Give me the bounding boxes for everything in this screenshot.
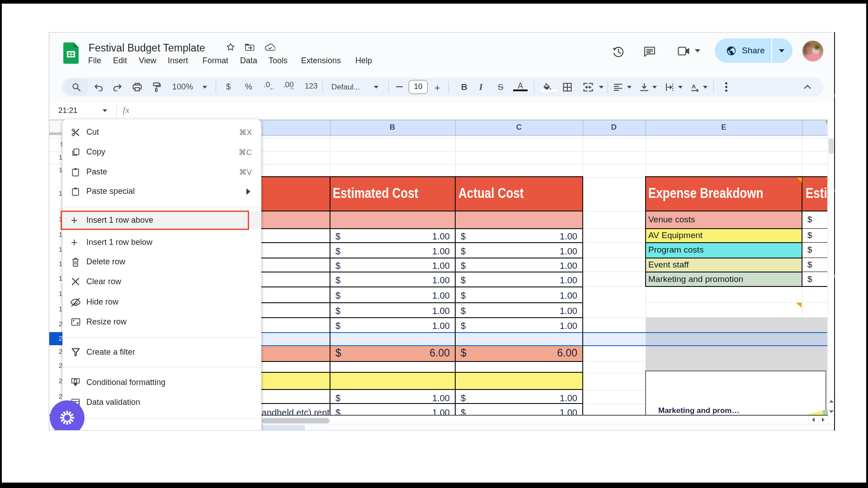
svg-text:A: A: [692, 83, 696, 90]
